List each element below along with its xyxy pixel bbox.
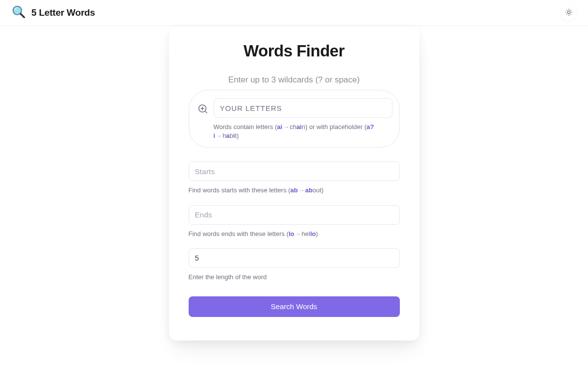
letters-helper: Words contain letters (ai→chain) or with…	[214, 123, 392, 140]
starts-field: Find words starts with these letters (ab…	[189, 161, 400, 195]
svg-line-2	[21, 14, 24, 17]
wildcard-hint: Enter up to 3 wildcards (? or space)	[189, 75, 400, 85]
svg-line-10	[566, 14, 567, 14]
main-content: Words Finder Enter up to 3 wildcards (? …	[0, 26, 588, 368]
zoom-in-icon[interactable]	[196, 102, 210, 116]
letters-input[interactable]	[214, 98, 392, 118]
svg-point-3	[567, 11, 570, 13]
ends-input[interactable]	[189, 205, 400, 225]
finder-card: Words Finder Enter up to 3 wildcards (? …	[169, 27, 419, 341]
search-words-button[interactable]: Search Words	[189, 296, 400, 317]
length-input[interactable]	[189, 248, 400, 268]
svg-line-7	[571, 14, 571, 14]
letters-group: Words contain letters (ai→chain) or with…	[189, 90, 400, 148]
ends-field: Find words ends with these letters (lo→h…	[189, 205, 400, 238]
site-title: 5 Letter Words	[31, 7, 95, 18]
svg-line-6	[566, 10, 567, 10]
finder-title: Words Finder	[189, 42, 400, 60]
app-header: 5 Letter Words	[0, 0, 588, 26]
sun-icon	[565, 8, 573, 18]
starts-input[interactable]	[189, 161, 400, 181]
brand[interactable]: 5 Letter Words	[11, 4, 95, 22]
length-field: Enter the length of the word	[189, 248, 400, 282]
page-heading: 5 Letter Words Finder	[213, 365, 375, 368]
magnifier-icon	[11, 4, 26, 22]
theme-toggle-button[interactable]	[561, 4, 577, 21]
svg-line-15	[205, 111, 207, 113]
length-helper: Enter the length of the word	[189, 273, 400, 282]
svg-line-11	[571, 10, 571, 10]
starts-helper: Find words starts with these letters (ab…	[189, 186, 400, 195]
ends-helper: Find words ends with these letters (lo→h…	[189, 230, 400, 238]
